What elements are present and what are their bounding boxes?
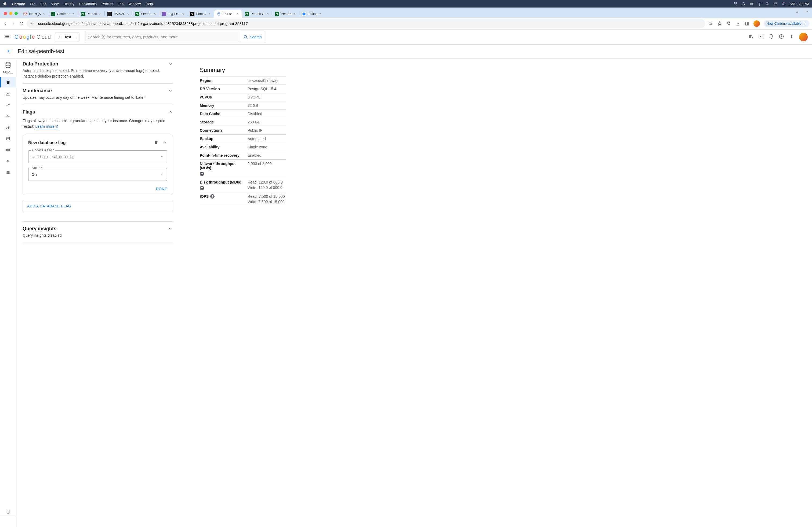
battery-icon[interactable] bbox=[749, 2, 753, 6]
rail-databases[interactable] bbox=[0, 134, 16, 144]
browser-tab[interactable]: ✦ Conferen bbox=[48, 10, 77, 18]
google-cloud-logo[interactable]: Google Cloud bbox=[14, 34, 51, 40]
notifications-icon[interactable] bbox=[768, 34, 774, 40]
rail-query-insights[interactable] bbox=[0, 100, 16, 110]
mac-menu-tab[interactable]: Tab bbox=[118, 2, 124, 6]
tab-close-button[interactable] bbox=[99, 12, 102, 16]
browser-tab[interactable]: Editing bbox=[299, 10, 325, 18]
maximize-window-button[interactable] bbox=[14, 12, 18, 15]
rail-users[interactable] bbox=[0, 122, 16, 133]
help-tooltip-icon[interactable]: ? bbox=[210, 194, 215, 199]
tab-dropdown-button[interactable] bbox=[802, 8, 812, 18]
cloud-shell-icon[interactable] bbox=[758, 34, 764, 40]
gcp-search[interactable]: Search bbox=[84, 32, 266, 42]
close-window-button[interactable] bbox=[4, 12, 7, 15]
mac-menu-help[interactable]: Help bbox=[146, 2, 153, 6]
sql-service-icon[interactable] bbox=[4, 61, 12, 69]
mac-clock[interactable]: Sat 1:29 PM bbox=[789, 2, 809, 6]
rail-expand-button[interactable] bbox=[0, 517, 16, 527]
rail-connections[interactable] bbox=[0, 111, 16, 121]
delete-flag-button[interactable] bbox=[154, 140, 159, 146]
help-tooltip-icon[interactable]: ? bbox=[200, 172, 204, 176]
project-picker[interactable]: test bbox=[55, 32, 79, 42]
summary-row: DB Version PostgreSQL 15.4 bbox=[200, 85, 286, 93]
browser-tab[interactable]: Inbox (5 bbox=[20, 10, 48, 18]
query-insights-expand[interactable] bbox=[168, 226, 173, 232]
omnibox[interactable] bbox=[27, 19, 705, 28]
tab-close-button[interactable] bbox=[266, 12, 270, 16]
apple-icon[interactable] bbox=[3, 2, 7, 6]
back-arrow-button[interactable] bbox=[6, 48, 12, 55]
rail-monitoring[interactable] bbox=[0, 89, 16, 99]
wifi-icon[interactable] bbox=[757, 2, 762, 6]
help-icon[interactable] bbox=[779, 34, 784, 40]
mac-menu-window[interactable]: Window bbox=[128, 2, 141, 6]
tab-close-button[interactable] bbox=[72, 12, 76, 16]
tab-close-button[interactable] bbox=[208, 12, 212, 16]
menubar-icon-2[interactable] bbox=[741, 2, 745, 6]
zoom-icon[interactable] bbox=[708, 21, 713, 26]
done-button[interactable]: DONE bbox=[156, 187, 167, 191]
search-button[interactable]: Search bbox=[239, 32, 266, 42]
flags-collapse[interactable] bbox=[168, 109, 173, 115]
add-database-flag-button[interactable]: ADD A DATABASE FLAG bbox=[23, 200, 173, 212]
rail-backups[interactable] bbox=[0, 145, 16, 155]
browser-tab[interactable]: PD Peerdb bbox=[272, 10, 299, 18]
tab-close-button[interactable] bbox=[293, 12, 297, 16]
tab-close-button[interactable] bbox=[319, 12, 323, 16]
rail-replicas[interactable] bbox=[0, 156, 16, 166]
forward-button[interactable] bbox=[11, 21, 16, 26]
siri-icon[interactable] bbox=[781, 2, 786, 6]
data-protection-expand[interactable] bbox=[168, 61, 173, 67]
profile-avatar[interactable] bbox=[753, 20, 760, 27]
nav-menu-button[interactable] bbox=[4, 33, 10, 40]
rail-release-notes[interactable] bbox=[0, 507, 16, 517]
value-field[interactable]: Value * On bbox=[28, 168, 167, 181]
tab-close-button[interactable] bbox=[42, 12, 46, 16]
rail-overview[interactable] bbox=[0, 77, 16, 88]
chrome-menu-icon[interactable]: ⋮ bbox=[803, 21, 807, 26]
browser-tab[interactable]: PD Peerdb bbox=[132, 10, 159, 18]
choose-flag-field[interactable]: Choose a flag * cloudsql.logical_decodin… bbox=[28, 150, 167, 163]
browser-tab[interactable]: PD Peerdb bbox=[78, 10, 105, 18]
browser-tab[interactable]: Log Exp bbox=[159, 10, 187, 18]
mac-menu-profiles[interactable]: Profiles bbox=[102, 2, 113, 6]
tab-close-button[interactable] bbox=[181, 12, 185, 16]
tab-close-button[interactable] bbox=[153, 12, 157, 16]
browser-tab[interactable]: Edit sai- bbox=[214, 10, 242, 18]
account-avatar[interactable] bbox=[799, 33, 808, 41]
maintenance-expand[interactable] bbox=[168, 88, 173, 94]
minimize-window-button[interactable] bbox=[9, 12, 12, 15]
chrome-update-pill[interactable]: New Chrome available ⋮ bbox=[764, 20, 809, 27]
downloads-icon[interactable] bbox=[735, 21, 741, 26]
card-collapse-button[interactable] bbox=[162, 140, 167, 146]
new-tab-button[interactable] bbox=[793, 9, 802, 18]
sidepanel-icon[interactable] bbox=[744, 21, 750, 26]
control-center-icon[interactable] bbox=[773, 2, 778, 6]
back-button[interactable] bbox=[3, 21, 8, 26]
mac-menu-edit[interactable]: Edit bbox=[40, 2, 46, 6]
tab-close-button[interactable] bbox=[126, 12, 130, 16]
spotlight-icon[interactable] bbox=[765, 2, 770, 6]
url-input[interactable] bbox=[38, 21, 701, 26]
mac-menu-view[interactable]: View bbox=[51, 2, 59, 6]
extensions-icon[interactable] bbox=[726, 21, 731, 26]
tab-close-button[interactable] bbox=[236, 12, 240, 16]
browser-tab[interactable]: PD Peerdb O bbox=[242, 10, 272, 18]
more-icon[interactable] bbox=[789, 34, 794, 40]
site-settings-icon[interactable] bbox=[31, 21, 35, 26]
mac-menu-bookmarks[interactable]: Bookmarks bbox=[79, 2, 97, 6]
mac-menu-file[interactable]: File bbox=[30, 2, 35, 6]
mac-menu-history[interactable]: History bbox=[63, 2, 74, 6]
mac-app-name[interactable]: Chrome bbox=[12, 2, 25, 6]
rail-operations[interactable] bbox=[0, 167, 16, 178]
gemini-icon[interactable] bbox=[748, 34, 753, 40]
flags-learn-more-link[interactable]: Learn more bbox=[35, 124, 58, 129]
bookmark-icon[interactable] bbox=[717, 21, 722, 26]
help-tooltip-icon[interactable]: ? bbox=[200, 186, 204, 190]
reload-button[interactable] bbox=[19, 21, 24, 26]
search-input[interactable] bbox=[84, 32, 239, 42]
menubar-icon-1[interactable] bbox=[733, 2, 737, 6]
browser-tab[interactable]: 𝕏 Home / bbox=[187, 10, 214, 18]
browser-tab[interactable]: DAIS24 bbox=[105, 10, 132, 18]
